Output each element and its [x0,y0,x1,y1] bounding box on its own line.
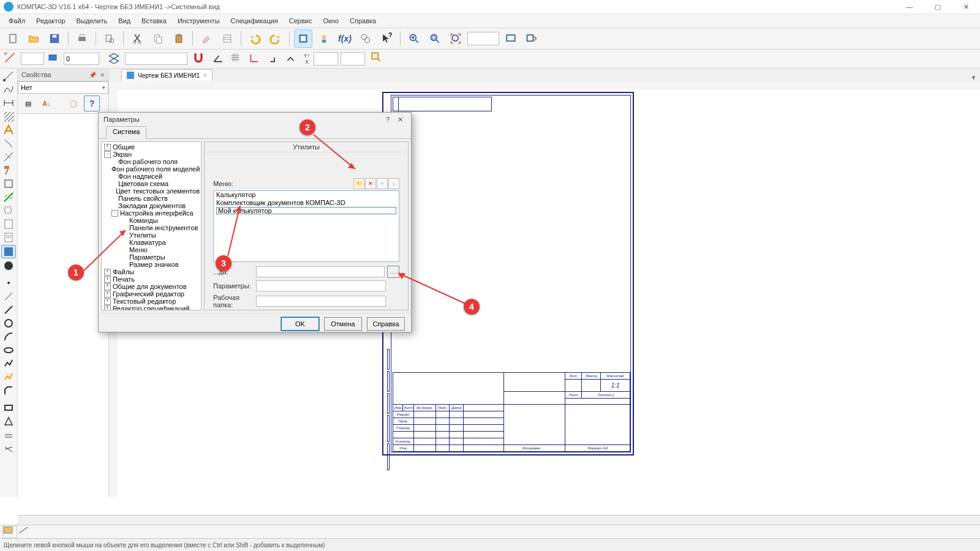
cut-button[interactable] [128,29,146,48]
tree-node[interactable]: Параметры [102,253,201,261]
copy-button[interactable] [149,29,167,48]
state-combo[interactable] [21,53,44,65]
polyline-icon[interactable] [2,358,15,370]
tree-node[interactable]: Команды [102,217,201,224]
magnet-icon[interactable] [192,51,207,66]
tree-node[interactable]: Цвет текстовых элементов [102,187,201,195]
dialog-close-icon[interactable]: ✕ [394,116,406,124]
report-icon[interactable] [2,231,15,244]
view-button[interactable] [47,51,61,66]
list-item-editing[interactable] [214,207,399,215]
print-button[interactable] [73,29,91,48]
edit-icon[interactable] [2,137,15,149]
param-icon[interactable] [2,178,15,190]
contour-icon[interactable] [2,415,15,427]
maximize-button[interactable]: ▢ [924,0,952,13]
params-input[interactable] [256,280,386,291]
menu-name-input[interactable] [216,207,396,214]
menu-insert[interactable]: Вставка [137,16,172,26]
list-item[interactable]: Калькулятор [214,191,399,199]
props-selector[interactable]: Нет [18,81,108,94]
tree-node[interactable]: Утилиты [102,231,201,239]
props-apply-icon[interactable]: 📋 [66,96,81,111]
help-button[interactable]: Справка [367,317,405,331]
tree-node[interactable]: Клавиатура [102,239,201,246]
line-icon[interactable] [2,304,15,316]
undo-button[interactable] [246,29,264,48]
state-icon[interactable] [4,51,18,66]
dims-icon[interactable] [2,97,15,109]
tree-node[interactable]: Фон надписей [102,173,201,180]
rebuild-button[interactable] [356,29,375,48]
grid-icon[interactable] [229,51,244,66]
tabs-dropdown-icon[interactable]: ▼ [971,75,976,81]
y-field[interactable] [341,52,365,66]
local-cs-icon[interactable] [249,51,263,66]
chamfer-icon[interactable] [2,384,15,397]
props-text-icon[interactable]: A↓ [39,96,55,111]
add-menu-item-button[interactable]: 📁 [353,178,364,189]
move-up-button[interactable]: ↑ [377,178,388,189]
tree-node[interactable]: +Общие для документов [102,283,201,290]
bt-rect-icon[interactable] [2,526,17,538]
menu-window[interactable]: Окно [318,16,344,26]
tree-node[interactable]: -Настройка интерфейса [102,209,201,217]
close-button[interactable]: ✕ [952,0,980,13]
layer-combo[interactable]: 0 [64,53,99,65]
menu-items-list[interactable]: Калькулятор Комплектовщик документов КОМ… [213,190,399,262]
tree-node[interactable]: Размер значков [102,261,201,268]
manager-button[interactable] [294,29,312,48]
tree-node[interactable]: Фон рабочего поля [102,158,201,165]
ok-button[interactable]: OK [281,317,319,331]
document-tab[interactable]: Чертеж БЕЗ ИМЕНИ1 × [121,69,213,81]
redraw-button[interactable] [522,29,541,48]
workdir-input[interactable] [256,296,386,307]
x-field[interactable] [314,52,338,66]
circle-black-icon[interactable] [2,260,15,272]
bt-line-icon[interactable] [18,527,32,538]
tree-node[interactable]: -Экран [102,151,201,158]
eraser-icon[interactable] [197,29,216,48]
paste-button[interactable] [170,29,188,48]
tree-node[interactable]: +Файлы [102,268,201,276]
new-file-button[interactable] [4,29,22,48]
pin-icon[interactable]: 📌 [89,72,96,78]
menu-instruments[interactable]: Инструменты [173,16,225,26]
command-input[interactable] [256,266,385,277]
menu-view[interactable]: Вид [113,16,135,26]
minimize-button[interactable]: — [895,0,924,13]
refresh-view-button[interactable] [502,29,520,48]
round-icon[interactable] [285,51,300,66]
geometry-icon[interactable] [2,70,15,82]
circle-icon[interactable] [2,317,15,329]
zoom-in-button[interactable] [405,29,423,48]
delete-menu-item-button[interactable]: ✕ [365,178,376,189]
menu-specification[interactable]: Спецификация [226,16,283,26]
zoom-window-button[interactable] [426,29,444,48]
tree-node[interactable]: Закладки документов [102,202,201,209]
tree-node[interactable]: +Редактор спецификаций [102,305,201,310]
redo-button[interactable] [266,29,285,48]
aux-line-icon[interactable] [2,290,15,302]
function-icon[interactable]: f(x) [336,29,354,48]
equid-icon[interactable] [2,429,15,441]
layers-icon[interactable] [108,51,123,66]
zoom-combo[interactable] [467,32,499,45]
zoom-fit-button[interactable] [447,29,465,48]
rect-icon[interactable] [2,402,15,414]
browse-button[interactable]: ... [387,266,399,278]
tree-node[interactable]: +Текстовый редактор [102,298,201,305]
ellipse-icon[interactable] [2,344,15,356]
menu-help[interactable]: Справка [345,16,381,26]
open-file-button[interactable] [24,29,43,48]
point-icon[interactable] [2,277,15,289]
tree-node[interactable]: Панели инструментов [102,224,201,231]
tree-node[interactable]: Меню [102,246,201,253]
tree-node[interactable]: +Общие [102,143,201,151]
hammer-icon[interactable] [2,164,15,176]
help-cursor-icon[interactable]: ? [377,29,396,48]
arc-icon[interactable] [2,331,15,343]
props-help-icon[interactable]: ? [84,96,100,111]
menu-select[interactable]: Выделить [71,16,112,26]
tree-node[interactable]: +Печать [102,276,201,283]
